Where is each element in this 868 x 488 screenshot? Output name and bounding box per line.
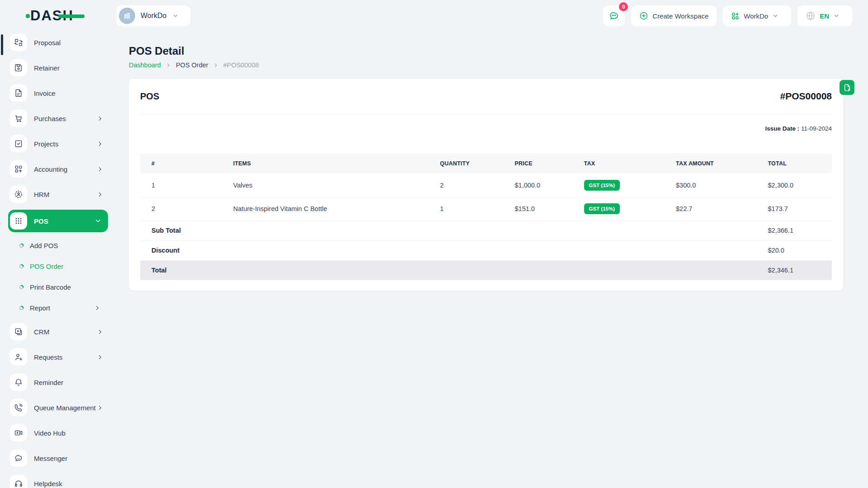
summary-label: Discount [140, 240, 764, 260]
sidebar-item-projects[interactable]: Projects [8, 134, 108, 154]
cell-item: Nature-Inspired Vitamin C Bottle [229, 197, 435, 221]
summary-value: $20.0 [764, 240, 832, 260]
sidebar-item-helpdesk[interactable]: Helpdesk [8, 474, 108, 488]
column-header: PRICE [510, 153, 580, 174]
sidebar-item-label: Retainer [34, 64, 108, 72]
cell-item: Valves [229, 174, 435, 197]
sidebar-item-label: CRM [34, 328, 97, 336]
proposal-icon [10, 34, 27, 51]
sidebar-subitem-pos-order[interactable]: POS Order [8, 256, 108, 277]
sidebar-subitem-add-pos[interactable]: Add POS [8, 235, 108, 256]
company-menu-label: WorkDo [744, 12, 768, 20]
cell-index: 1 [140, 174, 229, 197]
sidebar-item-messenger[interactable]: Messenger [8, 448, 108, 468]
sidebar-item-label: Proposal [34, 39, 108, 47]
submenu-bullet-icon [19, 243, 24, 248]
cell-tax-amount: $22.7 [671, 197, 763, 221]
card-title: POS [140, 91, 159, 102]
workspace-label: WorkDo [141, 12, 167, 20]
reminder-icon [10, 374, 27, 391]
breadcrumb: Dashboard POS Order #POS00008 [129, 61, 843, 69]
cell-total: $173.7 [764, 197, 832, 221]
table-row: 2Nature-Inspired Vitamin C Bottle1$151.0… [140, 197, 832, 221]
messenger-icon [10, 450, 27, 467]
table-row: 1Valves2$1,000.0GST (15%)$300.0$2,300.0 [140, 174, 832, 197]
pos-items-table: #ITEMSQUANTITYPRICETAXTAX AMOUNTTOTAL 1V… [140, 153, 832, 280]
sidebar-item-crm[interactable]: CRM [8, 322, 108, 342]
language-label: EN [820, 12, 829, 20]
submenu-bullet-icon [19, 264, 24, 269]
grid-plus-icon [731, 12, 740, 20]
queue-icon [10, 399, 27, 416]
cell-price: $1,000.0 [510, 174, 580, 197]
chevron-right-icon [97, 404, 104, 411]
chevron-right-icon [97, 354, 104, 361]
summary-value: $2,366.1 [764, 221, 832, 240]
sidebar-item-queue-management[interactable]: Queue Management [8, 398, 108, 418]
breadcrumb-pos-order-link[interactable]: POS Order [176, 61, 208, 69]
sidebar-item-label: Invoice [34, 89, 108, 97]
plus-circle-icon [639, 11, 648, 20]
column-header: # [140, 153, 229, 174]
sidebar-subitem-report[interactable]: Report [8, 297, 108, 318]
workspace-switcher[interactable]: WorkDo [116, 5, 190, 26]
company-menu-button[interactable]: WorkDo [723, 5, 791, 26]
dash-logo[interactable]: DASH [30, 8, 74, 24]
summary-label: Total [140, 260, 764, 280]
pos-detail-card: POS #POS00008 Issue Date : 11-09-2024 #I… [129, 79, 843, 291]
sidebar-scrollbar-thumb[interactable] [1, 34, 3, 55]
video-icon [10, 424, 27, 441]
sidebar-subitem-print-barcode[interactable]: Print Barcode [8, 277, 108, 297]
crm-icon [10, 323, 27, 340]
create-workspace-label: Create Workspace [652, 12, 708, 20]
sidebar-item-label: Requests [34, 353, 97, 361]
sidebar-item-reminder[interactable]: Reminder [8, 372, 108, 392]
sidebar-item-requests[interactable]: Requests [8, 347, 108, 367]
export-pos-button[interactable] [840, 80, 854, 95]
issue-date: Issue Date : 11-09-2024 [140, 125, 832, 132]
language-menu-button[interactable]: EN [797, 5, 852, 26]
accounting-icon [10, 160, 27, 178]
sidebar-item-label: POS [34, 217, 94, 225]
logo-dash-bar [58, 14, 85, 18]
pos-icon [10, 212, 27, 230]
sidebar-item-video-hub[interactable]: Video Hub [8, 423, 108, 443]
sidebar-item-accounting[interactable]: Accounting [8, 159, 108, 179]
invoice-icon [10, 84, 27, 102]
submenu-bullet-icon [19, 305, 24, 310]
sidebar-item-label: HRM [34, 191, 97, 198]
sidebar-item-label: Queue Management [34, 404, 97, 412]
sidebar-item-purchases[interactable]: Purchases [8, 108, 108, 128]
messages-count-badge: 0 [619, 2, 628, 11]
cell-quantity: 1 [435, 197, 510, 221]
summary-value: $2,346.1 [764, 260, 832, 280]
sidebar-item-proposal[interactable]: Proposal [8, 33, 108, 52]
summary-row-sub-total: Sub Total$2,366.1 [140, 221, 832, 240]
cell-quantity: 2 [435, 174, 510, 197]
sidebar-subitem-label: Print Barcode [30, 283, 108, 291]
create-workspace-button[interactable]: Create Workspace [631, 5, 717, 26]
summary-label: Sub Total [140, 221, 764, 240]
main-content: POS Detail Dashboard POS Order #POS00008 [116, 32, 868, 488]
sidebar-subitem-label: Report [30, 304, 94, 312]
cell-tax: GST (15%) [580, 197, 671, 221]
sidebar-item-pos[interactable]: POS [8, 210, 108, 232]
sidebar-item-label: Reminder [34, 379, 108, 386]
file-export-icon [843, 84, 851, 92]
chevron-down-icon [772, 13, 778, 19]
sidebar-item-retainer[interactable]: Retainer [8, 58, 108, 78]
sidebar-subitem-label: Add POS [30, 242, 108, 249]
summary-row-discount: Discount$20.0 [140, 240, 832, 260]
column-header: TOTAL [764, 153, 832, 174]
column-header: TAX AMOUNT [671, 153, 763, 174]
projects-icon [10, 135, 27, 152]
sidebar-item-invoice[interactable]: Invoice [8, 83, 108, 103]
messages-button[interactable]: 0 [603, 5, 625, 26]
chevron-right-icon [213, 62, 219, 68]
retainer-icon [10, 59, 27, 76]
breadcrumb-dashboard-link[interactable]: Dashboard [129, 61, 161, 69]
sidebar-subitem-label: POS Order [30, 263, 108, 270]
sidebar-item-hrm[interactable]: HRM [8, 184, 108, 204]
sidebar-submenu-pos: Add POSPOS OrderPrint BarcodeReport [8, 235, 108, 318]
cell-tax: GST (15%) [580, 174, 671, 197]
